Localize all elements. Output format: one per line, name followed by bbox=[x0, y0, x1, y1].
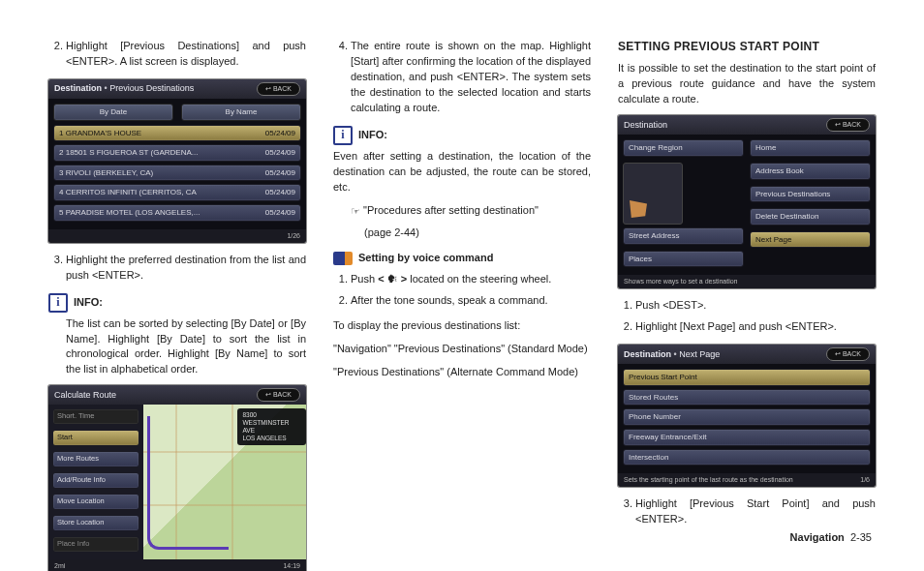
scr1-pager: 1/26 bbox=[287, 231, 300, 241]
route-side-menu: Short. Time Start More Routes Add/Route … bbox=[48, 405, 143, 558]
step-4: The entire route is shown on the map. Hi… bbox=[351, 39, 591, 116]
footer-page: 2-35 bbox=[850, 531, 872, 543]
region-map-icon bbox=[623, 163, 683, 225]
dest-row-5[interactable]: 5 PARADISE MOTEL (LOS ANGELES,...05/24/0… bbox=[53, 204, 301, 222]
page-footer: Navigation 2-35 bbox=[790, 530, 872, 546]
np-stored-routes[interactable]: Stored Routes bbox=[623, 389, 871, 406]
dest-row-3[interactable]: 3 RIVOLI (BERKELEY, CA)05/24/09 bbox=[53, 165, 301, 182]
voice-command-header: Setting by voice command bbox=[333, 251, 591, 266]
side-short-time: Short. Time bbox=[52, 408, 139, 425]
np-freeway[interactable]: Freeway Entrance/Exit bbox=[623, 429, 871, 446]
screenshot-calculate-route: Calculate Route ↩ BACK Short. Time Start… bbox=[48, 385, 306, 571]
side-store-location[interactable]: Store Location bbox=[52, 515, 139, 531]
menu-next-page[interactable]: Next Page bbox=[750, 231, 871, 249]
np-intersection[interactable]: Intersection bbox=[623, 449, 871, 466]
tab-by-date[interactable]: By Date bbox=[53, 104, 173, 121]
scr4-titlebar: Destination • Next Page ↩ BACK bbox=[618, 345, 876, 364]
scr2-titlebar: Calculate Route ↩ BACK bbox=[48, 385, 306, 405]
scr4-subtitle: Next Page bbox=[679, 349, 720, 359]
step-2: Highlight [Previous Destinations] and pu… bbox=[66, 39, 306, 70]
column-1: Highlight [Previous Destinations] and pu… bbox=[48, 39, 306, 571]
dest-row-1[interactable]: 1 GRANDMA'S HOUSE05/24/09 bbox=[53, 125, 301, 142]
voice-lead: To display the previous destinations lis… bbox=[333, 318, 591, 334]
reference-icon: ☞ bbox=[351, 204, 360, 220]
voice-cmd-1: "Navigation" "Previous Destinations" (St… bbox=[333, 342, 591, 357]
steps-list-c: The entire route is shown on the map. Hi… bbox=[333, 39, 591, 116]
scr4-hint: Sets the starting point of the last rout… bbox=[624, 475, 793, 485]
steps-list-b: Highlight the preferred destination from… bbox=[48, 253, 306, 284]
step-d2: Highlight [Next Page] and push <ENTER>. bbox=[635, 319, 876, 335]
tab-by-name[interactable]: By Name bbox=[181, 104, 301, 121]
route-line bbox=[147, 416, 229, 549]
voice-cmd-2: "Previous Destinations" (Alternate Comma… bbox=[333, 365, 591, 380]
side-move-location[interactable]: Move Location bbox=[52, 494, 139, 510]
menu-delete-destination[interactable]: Delete Destination bbox=[750, 208, 871, 225]
step-d3: Highlight [Previous Start Point] and pus… bbox=[635, 496, 876, 527]
scr3-title: Destination bbox=[624, 119, 667, 132]
menu-address-book[interactable]: Address Book bbox=[750, 163, 871, 180]
info-header-2: i INFO: bbox=[333, 126, 591, 145]
scr4-pager: 1/6 bbox=[860, 475, 870, 485]
scr4-title: Destination bbox=[624, 349, 671, 359]
dest-row-2[interactable]: 2 18501 S FIGUEROA ST (GARDENA...05/24/0… bbox=[53, 144, 301, 162]
route-map[interactable]: 8300 WESTMINSTER AVELOS ANGELES bbox=[143, 405, 306, 558]
steps-list-a: Highlight [Previous Destinations] and pu… bbox=[48, 39, 306, 70]
side-more-routes[interactable]: More Routes bbox=[52, 451, 139, 467]
step-3: Highlight the preferred destination from… bbox=[66, 253, 306, 284]
scr3-titlebar: Destination ↩ BACK bbox=[618, 115, 876, 135]
step-d1: Push <DEST>. bbox=[635, 298, 876, 314]
menu-change-region[interactable]: Change Region bbox=[623, 139, 744, 157]
column-3: SETTING PREVIOUS START POINT It is possi… bbox=[618, 39, 876, 571]
scr2-scale: 2mi bbox=[54, 561, 65, 571]
screenshot-next-page: Destination • Next Page ↩ BACK Previous … bbox=[618, 345, 876, 487]
voice-step-2: After the tone sounds, speak a command. bbox=[351, 293, 591, 309]
info-body-1: The list can be sorted by selecting [By … bbox=[48, 316, 306, 378]
menu-home[interactable]: Home bbox=[750, 139, 871, 157]
screenshot-previous-destinations: Destination • Previous Destinations ↩ BA… bbox=[48, 79, 306, 243]
scr1-subtitle: Previous Destinations bbox=[109, 83, 194, 93]
voice-steps: Push < 🗣 > located on the steering wheel… bbox=[333, 272, 591, 309]
cross-ref: ☞ "Procedures after setting destination" bbox=[333, 203, 591, 219]
back-button[interactable]: ↩ BACK bbox=[257, 82, 300, 96]
info-icon: i bbox=[48, 293, 68, 313]
info-header-1: i INFO: bbox=[48, 293, 306, 313]
sort-tabs[interactable]: By Date By Name bbox=[53, 104, 301, 121]
voice-icon bbox=[333, 252, 353, 265]
scr2-clock: 14:19 bbox=[283, 561, 300, 571]
side-place-info: Place Info bbox=[52, 536, 139, 553]
steps-list-e: Highlight [Previous Start Point] and pus… bbox=[618, 496, 876, 527]
talk-icon: 🗣 bbox=[387, 273, 398, 285]
cross-ref-page: (page 2-44) bbox=[333, 225, 591, 241]
section-lead: It is possible to set the destination to… bbox=[618, 61, 876, 107]
info-icon: i bbox=[333, 126, 353, 145]
dest-row-4[interactable]: 4 CERRITOS INFINITI (CERRITOS, CA05/24/0… bbox=[53, 184, 301, 201]
np-phone-number[interactable]: Phone Number bbox=[623, 408, 871, 426]
menu-street-address[interactable]: Street Address bbox=[623, 227, 744, 245]
voice-title: Setting by voice command bbox=[358, 251, 493, 266]
scr1-titlebar: Destination • Previous Destinations ↩ BA… bbox=[48, 79, 306, 99]
section-heading: SETTING PREVIOUS START POINT bbox=[618, 39, 876, 55]
route-dest-label: 8300 WESTMINSTER AVELOS ANGELES bbox=[237, 408, 306, 444]
back-button[interactable]: ↩ BACK bbox=[257, 388, 300, 402]
info-label: INFO: bbox=[358, 128, 387, 143]
scr1-title: Destination bbox=[54, 83, 102, 93]
steps-list-d: Push <DEST>. Highlight [Next Page] and p… bbox=[618, 298, 876, 335]
info-body-2: Even after setting a destination, the lo… bbox=[333, 149, 591, 195]
column-2: The entire route is shown on the map. Hi… bbox=[333, 39, 591, 571]
scr2-title: Calculate Route bbox=[54, 389, 116, 402]
back-button[interactable]: ↩ BACK bbox=[826, 118, 870, 132]
menu-places[interactable]: Places bbox=[623, 251, 744, 268]
scr3-hint: Shows more ways to set a destination bbox=[624, 277, 738, 286]
back-button[interactable]: ↩ BACK bbox=[826, 347, 870, 361]
voice-step-1: Push < 🗣 > located on the steering wheel… bbox=[351, 272, 591, 287]
np-previous-start-point[interactable]: Previous Start Point bbox=[623, 369, 871, 386]
footer-section: Navigation bbox=[790, 531, 845, 543]
side-start[interactable]: Start bbox=[52, 430, 139, 446]
menu-previous-destinations[interactable]: Previous Destinations bbox=[750, 186, 871, 203]
side-add-route-info[interactable]: Add/Route Info bbox=[52, 472, 139, 489]
screenshot-destination-menu: Destination ↩ BACK Change Region Street … bbox=[618, 115, 876, 288]
info-label: INFO: bbox=[74, 295, 103, 311]
